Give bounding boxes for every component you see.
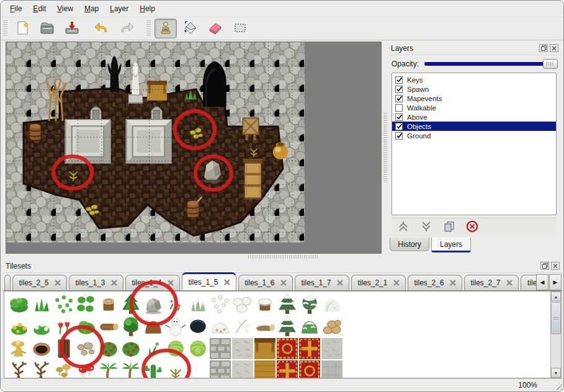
tile-grayA[interactable]	[321, 338, 342, 359]
close-tab-icon[interactable]	[111, 280, 117, 286]
tileset-scrollbar[interactable]: ▲▼	[550, 292, 561, 378]
layer-visibility-checkbox[interactable]	[395, 114, 403, 121]
tile-snowscatter[interactable]	[210, 293, 231, 314]
fill-tool-button[interactable]	[179, 19, 202, 38]
tile-sprout[interactable]	[143, 338, 164, 359]
close-tab-icon[interactable]	[450, 280, 456, 286]
layer-visibility-checkbox[interactable]	[395, 95, 403, 102]
tile-berry[interactable]	[98, 338, 119, 359]
select-tool-button[interactable]	[229, 19, 251, 38]
tile-palm[interactable]	[98, 360, 119, 378]
tileset-tab-tiles_2_5[interactable]: tiles_2_5	[12, 275, 67, 290]
close-panel-icon[interactable]	[551, 262, 560, 270]
delete-layer-button[interactable]	[465, 221, 479, 234]
tileset-tab-tiles_1_6[interactable]: tiles_1_6	[238, 275, 293, 290]
tile-snowpile[interactable]	[210, 316, 231, 337]
tile-bushfl[interactable]	[76, 316, 97, 337]
close-tab-icon[interactable]	[168, 280, 174, 286]
tile-wallstone[interactable]	[210, 360, 231, 378]
layer-visibility-checkbox[interactable]	[395, 76, 403, 84]
tile-snowstump[interactable]	[254, 293, 275, 314]
tile-tableB[interactable]	[254, 338, 275, 359]
tile-rocksSm[interactable]	[76, 338, 97, 359]
tile-scatter[interactable]	[53, 293, 74, 314]
tile-snowmound[interactable]	[321, 293, 342, 314]
tile-moundBr[interactable]	[143, 316, 164, 337]
scroll-up-button[interactable]: ▲	[551, 292, 561, 301]
redo-button[interactable]	[115, 19, 138, 38]
tile-carpet1[interactable]	[299, 360, 320, 378]
map-image[interactable]	[6, 42, 305, 243]
float-panel-icon[interactable]	[539, 44, 548, 52]
layer-row-spawn[interactable]: Spawn	[392, 84, 556, 94]
opacity-slider[interactable]	[424, 59, 558, 69]
tile-deadtree[interactable]	[9, 360, 30, 378]
menu-item-map[interactable]: Map	[79, 2, 104, 15]
tile-carpet2[interactable]	[299, 338, 320, 359]
tile-stonefloor[interactable]	[232, 338, 253, 359]
stamp-tool-button[interactable]	[154, 19, 177, 38]
tile-scarecrow[interactable]	[9, 338, 30, 359]
close-tab-icon[interactable]	[55, 280, 61, 286]
layer-visibility-checkbox[interactable]	[395, 132, 403, 140]
tile-snowclump[interactable]	[232, 293, 253, 314]
tile-carpet2[interactable]	[277, 360, 298, 378]
tile-snowgrass[interactable]	[187, 293, 208, 314]
tile-hole[interactable]	[187, 316, 208, 337]
tile-berry[interactable]	[120, 338, 141, 359]
resize-grip[interactable]	[552, 380, 562, 390]
vertical-splitter[interactable]	[382, 42, 388, 254]
tile-mushTan[interactable]	[53, 360, 74, 378]
move-layer-up-button[interactable]	[396, 221, 410, 234]
tile-wallstone[interactable]	[210, 338, 231, 359]
layer-row-walkable[interactable]: Walkable	[392, 103, 556, 112]
new-file-button[interactable]	[11, 19, 34, 38]
save-file-button[interactable]	[61, 19, 83, 38]
tile-flowersR[interactable]	[53, 316, 74, 337]
tile-rock[interactable]	[143, 293, 164, 314]
tile-stump[interactable]	[98, 293, 119, 314]
close-tab-icon[interactable]	[506, 280, 513, 286]
tile-snowbranch[interactable]	[232, 316, 253, 337]
tile-woodB[interactable]	[254, 360, 275, 378]
tile-flowersW[interactable]	[31, 316, 52, 337]
tile-pine[interactable]	[120, 293, 141, 314]
undo-button[interactable]	[91, 19, 113, 38]
tile-treeG[interactable]	[120, 316, 141, 337]
tile-mushRed[interactable]	[76, 360, 97, 378]
layer-visibility-checkbox[interactable]	[395, 104, 403, 112]
scroll-tabs-left-button[interactable]: ◀	[536, 274, 548, 290]
tile-grayB[interactable]	[321, 360, 342, 378]
tile-snowpine[interactable]	[277, 316, 298, 337]
tile-trunk[interactable]	[53, 338, 74, 359]
scroll-down-button[interactable]: ▼	[551, 368, 561, 378]
tile-snowman[interactable]	[165, 316, 186, 337]
menu-item-file[interactable]: File	[4, 2, 27, 15]
close-tab-icon[interactable]	[224, 279, 230, 285]
tileset-tiles-area[interactable]: ▲▼	[4, 291, 562, 378]
open-file-button[interactable]	[36, 19, 58, 38]
tile-rocksTan[interactable]	[321, 316, 342, 337]
tile-palm[interactable]	[120, 360, 141, 378]
tile-clover[interactable]	[76, 293, 97, 314]
tab-history[interactable]: History	[390, 238, 429, 251]
tileset-tab-tiles_1_3[interactable]: tiles_1_3	[69, 275, 123, 290]
toolbar-handle[interactable]	[3, 20, 7, 37]
tile-grass[interactable]	[31, 293, 52, 314]
tile-moundGsnow[interactable]	[299, 316, 320, 337]
tile-snowlog[interactable]	[254, 316, 275, 337]
scroll-tabs-right-button[interactable]: ▶	[549, 274, 562, 290]
tileset-tab-tiles_2_7[interactable]: tiles_2_7	[464, 275, 519, 290]
tileset-tab-tiles_2_6[interactable]: tiles_2_6	[408, 275, 462, 290]
map-canvas[interactable]	[6, 42, 382, 254]
tile-pit[interactable]	[31, 338, 52, 359]
tileset-tab-tiles_2_1[interactable]: tiles_2_1	[351, 275, 406, 290]
tile-deadtree[interactable]	[31, 360, 52, 378]
layer-row-mapevents[interactable]: Mapevents	[392, 94, 556, 103]
opacity-slider-handle[interactable]	[543, 59, 558, 69]
tile-flower[interactable]	[165, 293, 186, 314]
tile-carpet1[interactable]	[277, 338, 298, 359]
close-panel-icon[interactable]	[550, 44, 558, 52]
tile-log[interactable]	[98, 316, 119, 337]
layer-row-above[interactable]: Above	[392, 112, 556, 122]
